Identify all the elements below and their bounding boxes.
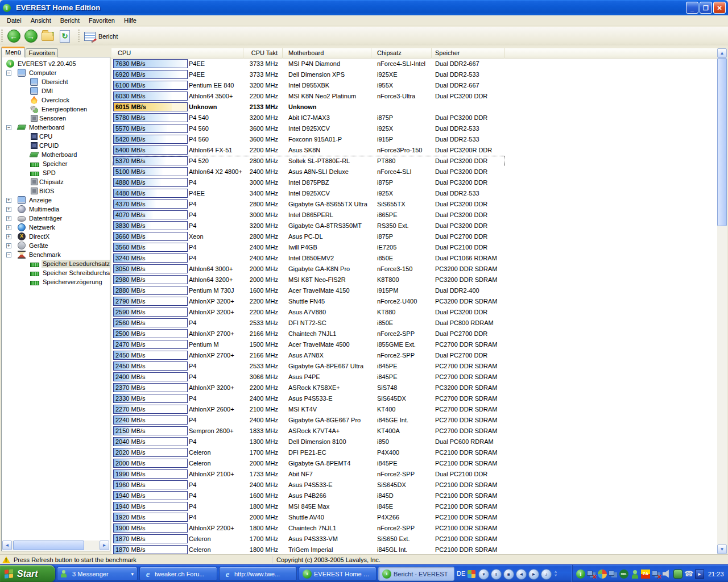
table-row[interactable]: 1870 MB/sCeleron1700 MHzAsus P4S333-VMSi…	[111, 534, 717, 544]
volume-icon[interactable]	[663, 569, 672, 579]
tree-item-cpuid[interactable]: CPUID	[2, 141, 110, 150]
table-row[interactable]: 3050 MB/sAthlon64 3000+2000 MHzGigabyte …	[111, 264, 717, 275]
table-row[interactable]: 7630 MB/sP4EE3733 MHzMSI P4N DiamondnFor…	[111, 59, 717, 69]
media-dropdown-button[interactable]: ▾	[478, 569, 489, 580]
taskbar-button-http-www-twe[interactable]: http://www.twe...	[219, 567, 297, 581]
collapse-icon[interactable]: −	[6, 125, 11, 130]
tree-item-overclock[interactable]: Overclock	[2, 95, 110, 105]
collapse-icon[interactable]: −	[6, 252, 11, 257]
table-row[interactable]: 2330 MB/sP42400 MHzAsus P4S533-ESiS645DX…	[111, 393, 717, 404]
deskband-chevrons-icon[interactable]: ˄˅	[555, 571, 557, 577]
table-row[interactable]: 5400 MB/sAthlon64 FX-512200 MHzAsus SK8N…	[111, 145, 717, 156]
tree-item-multimedia[interactable]: +Multimedia	[2, 205, 110, 214]
table-row[interactable]: 2040 MB/sP41300 MHzDell Dimension 8100i8…	[111, 436, 717, 447]
media-play-icon[interactable]	[695, 569, 704, 579]
table-row[interactable]: 4370 MB/sP42800 MHzGigabyte GA-8S655TX U…	[111, 199, 717, 210]
tree-item-spd[interactable]: SPD	[2, 168, 110, 177]
table-row[interactable]: 6100 MB/sPentium EE 8403200 MHzIntel D95…	[111, 80, 717, 91]
expand-icon[interactable]: +	[6, 198, 11, 203]
table-row[interactable]: 2150 MB/sSempron 2600+1833 MHzASRock K7V…	[111, 426, 717, 436]
language-indicator[interactable]: DE	[457, 570, 465, 577]
tree-item-netzwerk[interactable]: +Netzwerk	[2, 223, 110, 232]
tree-item-chipsatz[interactable]: Chipsatz	[2, 177, 110, 186]
table-row[interactable]: 2240 MB/sP42400 MHzGigabyte GA-8GE667 Pr…	[111, 415, 717, 426]
toolbar-grip[interactable]	[78, 30, 80, 43]
tree-item-dmi[interactable]: DMI	[2, 86, 110, 95]
taskbar-button-bericht-everest[interactable]: Bericht - EVEREST	[378, 567, 454, 581]
sidebar-horizontal-scrollbar[interactable]: ◄ ►	[2, 541, 109, 550]
menu-bericht[interactable]: Bericht	[56, 16, 84, 25]
table-row[interactable]: 2270 MB/sAthlonXP 2600+2100 MHzMSI KT4VK…	[111, 404, 717, 415]
collapse-icon[interactable]: −	[6, 70, 11, 76]
column-header-cpu-takt[interactable]: CPU Takt	[243, 48, 283, 59]
table-row[interactable]: 5100 MB/sAthlon64 X2 4800+2400 MHzAsus A…	[111, 167, 717, 177]
tree-item-speicher[interactable]: Speicher	[2, 159, 110, 168]
listview-vertical-scrollbar[interactable]: ▲ ▼	[717, 48, 727, 554]
everest-icon[interactable]	[576, 569, 585, 579]
tree-item-bios[interactable]: BIOS	[2, 186, 110, 196]
table-row[interactable]: 3240 MB/sP42400 MHzIntel D850EMV2i850EDu…	[111, 253, 717, 264]
chevron-down-icon[interactable]: ▾	[131, 571, 134, 577]
table-row[interactable]: 2500 MB/sAthlonXP 2700+2166 MHzChaintech…	[111, 329, 717, 339]
menu-datei[interactable]: Datei	[2, 16, 26, 25]
tab-menu[interactable]: Menü	[1, 47, 25, 57]
media-stop-button[interactable]: ■	[503, 569, 514, 580]
table-row[interactable]: 4480 MB/sP4EE3400 MHzIntel D925XCVi925XD…	[111, 188, 717, 199]
table-row[interactable]: 2000 MB/sCeleron2000 MHzGigabyte GA-8PEM…	[111, 458, 717, 469]
tree-item-speicher-schreibdurchsatz[interactable]: Speicher Schreibdurchsatz	[2, 268, 110, 277]
table-row[interactable]: 6015 MB/sUnknown2133 MHzUnknown	[111, 102, 717, 113]
minimize-button[interactable]: _	[686, 2, 698, 14]
table-row[interactable]: 2590 MB/sAthlonXP 3200+2200 MHzAsus A7V8…	[111, 307, 717, 318]
close-button[interactable]: ✕	[713, 2, 726, 14]
scrollbar-thumb[interactable]	[717, 58, 727, 226]
column-header-cpu[interactable]: CPU	[111, 48, 243, 59]
drl-icon[interactable]	[619, 569, 628, 579]
table-row[interactable]: 3560 MB/sP42400 MHzIwill P4GBiE7205Dual …	[111, 242, 717, 253]
forward-button[interactable]: →	[22, 28, 39, 44]
menu-hilfe[interactable]: Hilfe	[119, 16, 141, 25]
expand-icon[interactable]: +	[6, 207, 11, 212]
network-error-icon[interactable]	[587, 569, 596, 579]
table-row[interactable]: 1990 MB/sAthlonXP 2100+1733 MHzAbit NF7n…	[111, 469, 717, 480]
tree-item-directx[interactable]: +DirectX	[2, 232, 110, 241]
zonealarm-icon[interactable]	[641, 569, 650, 579]
menu-favoriten[interactable]: Favoriten	[84, 16, 119, 25]
network-error-icon[interactable]	[652, 569, 661, 579]
menu-ansicht[interactable]: Ansicht	[26, 16, 56, 25]
table-row[interactable]: 1940 MB/sP41800 MHzMSI 845E Maxi845EPC21…	[111, 501, 717, 512]
tree-item-geräte[interactable]: +Geräte	[2, 241, 110, 250]
tree-item-speicher-lesedurchsatz[interactable]: Speicher Lesedurchsatz	[2, 259, 110, 268]
table-row[interactable]: 2880 MB/sPentium M 730J1600 MHzAcer Trav…	[111, 285, 717, 296]
table-row[interactable]: 3660 MB/sXeon2800 MHzAsus PC-DLi875PDual…	[111, 231, 717, 242]
expand-icon[interactable]: +	[6, 225, 11, 230]
tree-item-datenträger[interactable]: +Datenträger	[2, 214, 110, 223]
folder-up-button[interactable]	[39, 28, 56, 44]
report-button[interactable]: Bericht	[82, 30, 122, 43]
table-row[interactable]: 1900 MB/sAthlonXP 2200+1800 MHzChaintech…	[111, 523, 717, 534]
table-row[interactable]: 2400 MB/sP43066 MHzAsus P4PEi845PEPC2700…	[111, 372, 717, 383]
table-row[interactable]: 6920 MB/sP4EE3733 MHzDell Dimension XPSi…	[111, 69, 717, 80]
taskbar-button-tweaker-ch-foru[interactable]: tweaker.ch Foru...	[139, 567, 217, 581]
messenger-buddy-icon[interactable]	[630, 569, 639, 579]
table-row[interactable]: 3830 MB/sP43200 MHzGigabyte GA-8TRS350MT…	[111, 221, 717, 231]
media-next-button[interactable]: ►	[528, 569, 539, 580]
taskbar-button-3-messenger[interactable]: 3 Messenger▾	[57, 567, 138, 581]
table-row[interactable]: 1870 MB/sCeleron1800 MHzTriGem Imperiali…	[111, 544, 717, 554]
tree-item-übersicht[interactable]: Übersicht	[2, 77, 110, 86]
back-button[interactable]: ←	[5, 28, 22, 44]
scroll-down-arrow-icon[interactable]: ▼	[717, 544, 727, 554]
media-pause-button[interactable]: ‖	[491, 569, 502, 580]
table-row[interactable]: 5780 MB/sP4 5403200 MHzAbit IC7-MAX3i875…	[111, 113, 717, 123]
tree-item-benchmark[interactable]: −Benchmark	[2, 250, 110, 259]
taskbar-clock[interactable]: 21:23	[708, 571, 724, 577]
tree-item-motherboard[interactable]: Motherboard	[2, 150, 110, 159]
tree-item-sensoren[interactable]: Sensoren	[2, 114, 110, 123]
scroll-left-arrow-icon[interactable]: ◄	[2, 541, 12, 550]
column-header-motherboard[interactable]: Motherboard	[283, 48, 371, 59]
media-volume-button[interactable]: ♪	[541, 569, 552, 580]
column-header-speicher[interactable]: Speicher	[432, 48, 505, 59]
expand-icon[interactable]: +	[6, 216, 11, 221]
expand-icon[interactable]: +	[6, 243, 11, 248]
table-row[interactable]: 1940 MB/sP41600 MHzAsus P4B266i845DPC210…	[111, 490, 717, 501]
expand-icon[interactable]: +	[6, 234, 11, 239]
